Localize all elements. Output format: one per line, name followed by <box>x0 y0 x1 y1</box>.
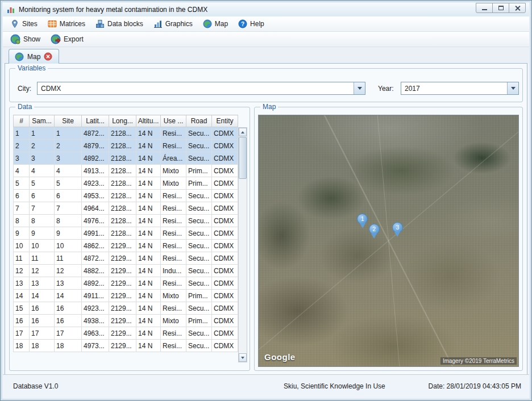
table-cell: 2129... <box>109 340 136 352</box>
table-cell: Secu... <box>186 202 212 215</box>
data-table-wrap: #Sam...SiteLatit...Long...Altitu...Use .… <box>13 115 247 368</box>
map-pin-1[interactable]: 1 <box>357 214 368 228</box>
table-cell: 4862... <box>82 240 109 252</box>
table-row[interactable]: 1114872...2128...14 NResi...Secu...CDMX <box>14 127 238 140</box>
table-row[interactable]: 1414144911...2129...14 NMixtoPrim...CDMX <box>14 290 238 302</box>
table-cell: 14 N <box>136 140 161 152</box>
column-header[interactable]: # <box>14 115 30 127</box>
table-cell: Resi... <box>161 340 186 352</box>
export-button[interactable]: Export <box>45 32 89 46</box>
table-cell: 2128... <box>109 165 136 177</box>
table-cell: 12 <box>55 265 82 277</box>
map-tab-icon <box>15 52 24 61</box>
table-row[interactable]: 1111114872...2129...14 NResi...Secu...CD… <box>14 252 238 265</box>
column-header[interactable]: Long... <box>109 115 136 127</box>
table-cell: CDMX <box>212 140 238 152</box>
map-pin-2[interactable]: 2 <box>368 224 380 239</box>
map-pin-tail <box>371 233 377 239</box>
column-header[interactable]: Use ... <box>161 115 186 127</box>
table-cell: 1 <box>55 127 82 140</box>
table-cell: 16 <box>55 315 82 327</box>
table-cell: CDMX <box>212 265 238 277</box>
table-cell: Secu... <box>186 240 212 252</box>
table-row[interactable]: 1516164923...2129...14 NResi...Secu...CD… <box>14 302 238 315</box>
table-row[interactable]: 4444913...2128...14 NMixtoPrim...CDMX <box>14 165 238 177</box>
table-cell: 2128... <box>109 227 136 240</box>
table-row[interactable]: 6664953...2128...14 NResi...Secu...CDMX <box>14 190 238 202</box>
map-pin-3[interactable]: 3 <box>392 222 403 237</box>
data-table: #Sam...SiteLatit...Long...Altitu...Use .… <box>13 115 238 352</box>
scroll-down-button[interactable] <box>239 353 247 362</box>
table-row[interactable]: 1010104862...2129...14 NResi...Secu...CD… <box>14 240 238 252</box>
year-dropdown-button[interactable] <box>507 82 518 94</box>
city-combobox[interactable]: CDMX <box>37 82 365 95</box>
table-row[interactable]: 8884976...2128...14 NResi...Secu...CDMX <box>14 215 238 227</box>
tab-map[interactable]: Map <box>9 49 59 64</box>
table-row[interactable]: 9994991...2128...14 NResi...Secu...CDMX <box>14 227 238 240</box>
scroll-up-button[interactable] <box>239 128 247 136</box>
table-row[interactable]: 1818184973...2129...14 NResi...Secu...CD… <box>14 340 238 352</box>
table-cell: CDMX <box>212 277 238 290</box>
table-cell: Resi... <box>161 202 186 215</box>
menu-sites[interactable]: Sites <box>5 18 43 30</box>
column-header[interactable]: Site <box>55 115 82 127</box>
table-cell: 14 N <box>136 127 161 140</box>
table-row[interactable]: 1717174963...2129...14 NResi...Secu...CD… <box>14 327 238 340</box>
titlebar[interactable]: Monitoring system for heavy metal contam… <box>3 3 529 16</box>
column-header[interactable]: Sam... <box>30 115 55 127</box>
table-cell: Secu... <box>186 140 212 152</box>
close-button[interactable] <box>509 3 526 13</box>
table-row[interactable]: 5554923...2128...14 NMixtoPrim...CDMX <box>14 177 238 190</box>
map-pin-tail <box>394 232 400 237</box>
year-combobox[interactable]: 2017 <box>401 82 519 95</box>
column-header[interactable]: Road <box>186 115 212 127</box>
scroll-thumb[interactable] <box>239 137 247 179</box>
menu-graphics[interactable]: Graphics <box>148 18 198 30</box>
status-company: Skiu, Scientific Knowledge In Use <box>284 382 385 390</box>
tab-close-icon[interactable] <box>44 52 53 61</box>
table-cell: CDMX <box>212 127 238 140</box>
table-cell: 16 <box>55 302 82 315</box>
menu-matrices[interactable]: Matrices <box>43 18 90 30</box>
map-canvas[interactable]: 1 2 3 Google Imagery ©2019 TerraMetrics <box>258 115 519 367</box>
status-date: Date: 28/01/2019 04:43:05 PM <box>429 382 521 390</box>
table-cell: 9 <box>30 227 55 240</box>
table-cell: 14 N <box>136 265 161 277</box>
table-cell: 2128... <box>109 140 136 152</box>
table-row[interactable]: 1212124882...2129...14 NIndu...Secu...CD… <box>14 265 238 277</box>
menu-help[interactable]: ? Help <box>233 18 269 30</box>
column-header[interactable]: Altitu... <box>136 115 161 127</box>
table-cell: 2 <box>55 140 82 152</box>
table-cell: Secu... <box>186 265 212 277</box>
menu-label: Matrices <box>60 20 85 28</box>
menu-data-blocks[interactable]: Data blocks <box>90 18 148 30</box>
minimize-button[interactable] <box>476 3 493 13</box>
table-row[interactable]: 7774964...2128...14 NResi...Secu...CDMX <box>14 202 238 215</box>
column-header[interactable]: Latit... <box>82 115 109 127</box>
table-body: 1114872...2128...14 NResi...Secu...CDMX2… <box>14 127 238 352</box>
table-cell: CDMX <box>212 340 238 352</box>
table-cell: Resi... <box>161 277 186 290</box>
maximize-button[interactable] <box>492 3 509 13</box>
table-row[interactable]: 1313134892...2129...14 NResi...Secu...CD… <box>14 277 238 290</box>
close-icon <box>514 5 521 11</box>
table-cell: 17 <box>30 327 55 340</box>
table-row[interactable]: 3334892...2128...14 NÁrea...Secu...CDMX <box>14 152 238 165</box>
show-button[interactable]: Show <box>5 32 45 46</box>
table-cell: 14 N <box>136 202 161 215</box>
column-header[interactable]: Entity <box>212 115 238 127</box>
table-cell: 4913... <box>82 165 109 177</box>
table-cell: Secu... <box>186 277 212 290</box>
table-cell: 4973... <box>82 340 109 352</box>
table-cell: 4 <box>14 165 30 177</box>
variables-group-title: Variables <box>15 64 48 72</box>
table-cell: 5 <box>14 177 30 190</box>
table-cell: 14 N <box>136 165 161 177</box>
menu-map[interactable]: Map <box>198 18 233 30</box>
table-scrollbar[interactable] <box>238 127 247 362</box>
table-row[interactable]: 2224879...2128...14 NResi...Secu...CDMX <box>14 140 238 152</box>
table-cell: 4879... <box>82 140 109 152</box>
table-cell: 9 <box>55 227 82 240</box>
table-row[interactable]: 1616164938...2129...14 NMixtoPrim...CDMX <box>14 315 238 327</box>
city-dropdown-button[interactable] <box>354 82 365 94</box>
